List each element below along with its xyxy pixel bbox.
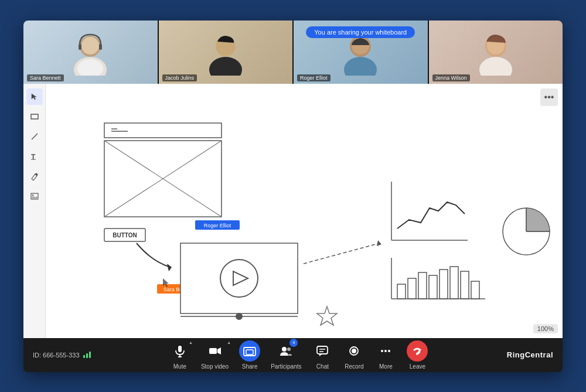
svg-marker-55: [317, 306, 337, 325]
svg-marker-30: [167, 264, 172, 271]
svg-line-36: [304, 243, 380, 264]
more-dots-icon: •••: [544, 92, 554, 103]
record-button[interactable]: Record: [343, 340, 364, 370]
tool-pen[interactable]: [26, 168, 43, 185]
main-area: T •••: [23, 84, 563, 338]
video-button[interactable]: Stop video ▲: [201, 340, 229, 370]
svg-rect-44: [418, 272, 427, 299]
whiteboard: ••• Roger Elliot BUTTON: [46, 84, 563, 338]
svg-rect-43: [408, 278, 416, 299]
video-label: Stop video: [201, 363, 229, 370]
mute-label: Mute: [173, 363, 186, 370]
share-label: Share: [242, 363, 258, 370]
brand-logo: RingCentral: [507, 350, 553, 359]
record-label: Record: [345, 363, 363, 370]
zoom-level: 100%: [533, 324, 558, 333]
participant-tile-2: Jacob Julins: [159, 21, 293, 84]
svg-point-73: [388, 350, 390, 352]
participant-name-4: Jenna Wilson: [432, 74, 470, 81]
svg-point-70: [352, 349, 356, 353]
svg-rect-48: [461, 271, 469, 299]
app-window: Sara Bennett Jacob Julins Y: [23, 21, 563, 372]
tool-image[interactable]: [26, 188, 43, 204]
svg-point-54: [236, 313, 243, 320]
svg-rect-59: [209, 348, 217, 354]
svg-rect-45: [429, 275, 437, 299]
meeting-controls: Mute ▲ Stop video ▲ Share: [91, 340, 507, 370]
participants-count-badge: 4: [289, 339, 298, 347]
svg-rect-49: [471, 281, 479, 299]
chat-icon: [312, 340, 333, 362]
signal-bar-2: [86, 353, 88, 358]
share-icon: [239, 340, 260, 362]
svg-rect-56: [178, 346, 182, 352]
svg-point-72: [384, 350, 387, 352]
tool-select[interactable]: [26, 88, 43, 105]
svg-text:Roger Elliot: Roger Elliot: [204, 223, 231, 229]
record-icon: [343, 340, 364, 362]
whiteboard-canvas: Roger Elliot BUTTON Sara Bennett: [46, 84, 563, 338]
more-label: More: [379, 363, 393, 370]
svg-rect-62: [246, 350, 253, 354]
sharing-banner: You are sharing your whiteboard: [306, 26, 415, 38]
participant-name-1: Sara Bennett: [27, 74, 64, 81]
chat-label: Chat: [316, 363, 329, 370]
svg-rect-66: [317, 346, 328, 354]
mute-button[interactable]: Mute ▲: [169, 340, 190, 370]
participants-label: Participants: [271, 363, 301, 370]
participant-tile-4: Jenna Wilson: [429, 21, 563, 84]
share-button[interactable]: Share: [239, 340, 260, 370]
svg-rect-42: [397, 284, 406, 299]
chat-button[interactable]: Chat: [312, 340, 333, 370]
svg-rect-20: [104, 123, 222, 138]
left-toolbar: T: [23, 84, 46, 338]
svg-point-2: [81, 37, 99, 54]
video-caret: ▲: [227, 340, 231, 345]
participant-tile-1: Sara Bennett: [23, 21, 158, 84]
svg-text:BUTTON: BUTTON: [113, 232, 137, 238]
svg-point-64: [282, 347, 287, 352]
svg-point-13: [479, 57, 512, 76]
svg-rect-33: [180, 243, 298, 313]
more-options-button[interactable]: •••: [540, 88, 558, 106]
participants-button[interactable]: 4 Participants: [271, 340, 301, 370]
mute-caret: ▲: [189, 340, 193, 345]
participant-strip: Sara Bennett Jacob Julins Y: [23, 21, 563, 84]
svg-line-15: [32, 134, 38, 139]
mute-icon: [169, 340, 190, 362]
tool-rectangle[interactable]: [26, 108, 43, 125]
tool-line[interactable]: [26, 128, 43, 145]
svg-rect-14: [31, 114, 38, 119]
participant-name-3: Roger Elliot: [297, 74, 331, 81]
more-icon: [375, 340, 396, 362]
leave-button[interactable]: Leave: [407, 340, 428, 370]
leave-label: Leave: [410, 363, 425, 370]
svg-rect-47: [450, 267, 458, 299]
svg-point-65: [287, 347, 291, 351]
video-icon: [205, 340, 226, 362]
svg-rect-3: [79, 44, 81, 50]
svg-marker-37: [377, 240, 381, 246]
signal-bar-1: [83, 355, 85, 358]
meeting-id: ID: 666-555-333: [33, 352, 91, 359]
svg-rect-4: [99, 44, 102, 50]
more-button[interactable]: More: [375, 340, 396, 370]
signal-strength: [83, 352, 91, 358]
participant-name-2: Jacob Julins: [162, 74, 197, 81]
svg-marker-60: [217, 347, 221, 354]
svg-point-6: [209, 57, 242, 76]
leave-icon: [407, 340, 428, 362]
svg-rect-46: [440, 270, 448, 299]
bottom-bar: ID: 666-555-333 Mute ▲ Stop vi: [23, 338, 563, 372]
participant-tile-3: You are sharing your whiteboard Roger El…: [294, 21, 428, 84]
svg-point-19: [32, 194, 33, 195]
meeting-id-text: ID: 666-555-333: [33, 352, 80, 359]
svg-point-10: [344, 57, 377, 76]
svg-point-71: [381, 350, 383, 352]
participants-icon: 4: [275, 340, 297, 362]
tool-text[interactable]: T: [26, 148, 43, 165]
